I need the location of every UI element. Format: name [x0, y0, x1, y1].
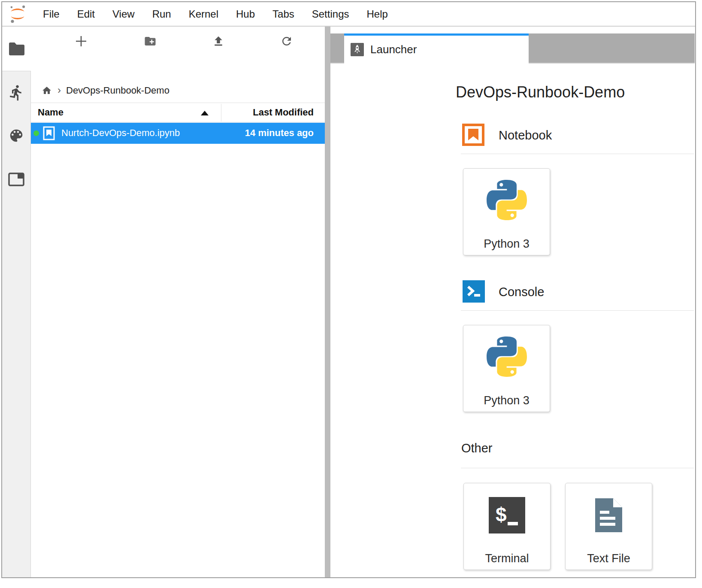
menu-bar: File Edit View Run Kernel Hub Tabs Setti… [2, 2, 695, 27]
sidebar-tab-filebrowser[interactable] [2, 27, 31, 71]
card-label: Terminal [464, 552, 550, 565]
new-folder-button[interactable] [141, 32, 160, 51]
tabs-icon [8, 172, 25, 187]
breadcrumb-separator: › [57, 84, 61, 96]
notebook-file-icon [43, 126, 55, 140]
column-header-last-modified[interactable]: Last Modified [253, 107, 314, 118]
jupyter-logo-icon [8, 4, 27, 24]
file-list-header: Name Last Modified [31, 103, 325, 122]
section-divider [461, 468, 694, 468]
launcher-card-text-file[interactable]: Text File [565, 483, 652, 570]
dock-tab-bar: Launcher [330, 33, 695, 64]
sort-ascending-icon[interactable] [201, 111, 209, 115]
section-label-other: Other [461, 441, 493, 455]
home-icon[interactable] [41, 85, 52, 96]
file-browser-panel: › DevOps-Runbook-Demo Name Last Modified… [31, 27, 325, 577]
terminal-icon: $ [489, 497, 525, 533]
tab-launcher-label: Launcher [370, 43, 417, 56]
card-label: Python 3 [463, 237, 550, 251]
refresh-icon [280, 35, 293, 48]
breadcrumb-current-folder[interactable]: DevOps-Runbook-Demo [66, 85, 169, 96]
file-browser-toolbar [31, 27, 325, 55]
text-file-icon [590, 497, 627, 533]
menu-hub[interactable]: Hub [236, 8, 255, 20]
file-last-modified: 14 minutes ago [245, 127, 314, 139]
section-label-console: Console [499, 285, 544, 299]
section-divider [461, 154, 694, 154]
terminal-dollar-glyph: $ [496, 503, 507, 526]
menu-items: File Edit View Run Kernel Hub Tabs Setti… [43, 8, 388, 20]
menu-view[interactable]: View [112, 8, 135, 20]
notebook-section-icon [462, 124, 484, 146]
new-launcher-button[interactable] [72, 32, 91, 51]
folder-icon [8, 42, 25, 56]
sidebar-tab-open-tabs[interactable] [2, 167, 30, 191]
menu-help[interactable]: Help [366, 8, 387, 20]
sidebar-tab-commands[interactable] [2, 124, 30, 148]
file-name: Nurtch-DevOps-Demo.ipynb [61, 127, 180, 139]
console-section-icon [463, 280, 485, 303]
menu-file[interactable]: File [43, 8, 60, 20]
launcher-title: DevOps-Runbook-Demo [456, 83, 625, 101]
breadcrumb: › DevOps-Runbook-Demo [41, 82, 169, 99]
rocket-icon [351, 43, 364, 56]
new-folder-icon [143, 35, 157, 48]
tab-launcher[interactable]: Launcher [344, 33, 529, 64]
palette-icon [8, 127, 24, 144]
sidebar-tab-running-sessions[interactable] [2, 81, 30, 105]
file-row-selected[interactable]: Nurtch-DevOps-Demo.ipynb 14 minutes ago [31, 123, 325, 144]
section-divider [461, 310, 694, 311]
column-header-name[interactable]: Name [38, 107, 64, 118]
launcher-card-terminal[interactable]: $ Terminal [463, 483, 551, 570]
upload-button[interactable] [209, 32, 228, 51]
menu-tabs[interactable]: Tabs [272, 8, 294, 20]
launcher-panel: Launcher DevOps-Runbook-Demo Notebook Py… [330, 27, 695, 577]
plus-icon [74, 34, 88, 48]
card-label: Python 3 [463, 394, 550, 407]
section-label-notebook: Notebook [499, 128, 552, 142]
menu-edit[interactable]: Edit [77, 8, 95, 20]
upload-icon [212, 35, 225, 48]
launcher-card-console-python3[interactable]: Python 3 [463, 325, 550, 412]
kernel-running-dot-icon [33, 130, 39, 136]
column-divider [221, 104, 221, 121]
python-logo-icon [487, 336, 527, 377]
panel-splitter[interactable] [325, 27, 330, 577]
menu-kernel[interactable]: Kernel [189, 8, 218, 20]
refresh-button[interactable] [277, 32, 296, 51]
menu-run[interactable]: Run [152, 8, 171, 20]
running-man-icon [8, 83, 25, 102]
launcher-card-notebook-python3[interactable]: Python 3 [463, 168, 550, 255]
python-logo-icon [487, 180, 527, 220]
card-label: Text File [566, 552, 652, 565]
sidebar [2, 71, 31, 577]
menu-settings[interactable]: Settings [312, 8, 349, 20]
